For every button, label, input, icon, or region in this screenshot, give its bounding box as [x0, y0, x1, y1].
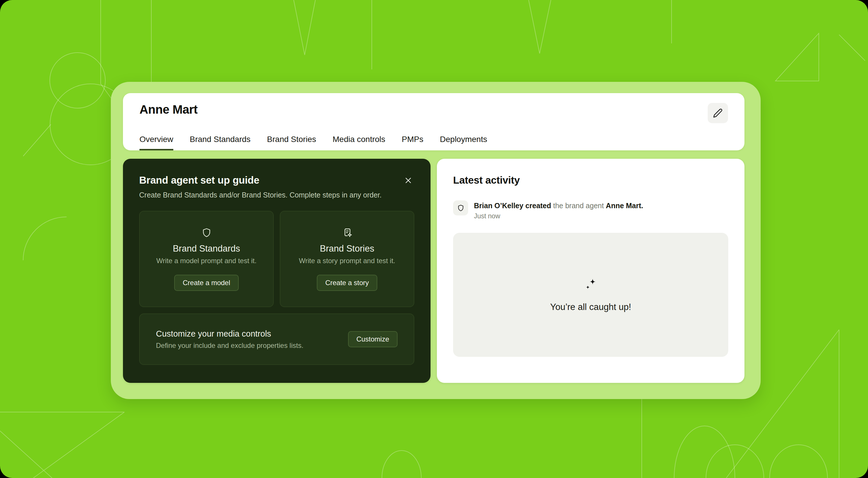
tab-pmps[interactable]: PMPs: [402, 135, 424, 150]
shield-icon: [457, 204, 465, 212]
customize-button[interactable]: Customize: [348, 331, 398, 347]
close-icon: [403, 176, 413, 185]
sparkles-icon: [584, 278, 597, 291]
avatar: [453, 200, 468, 216]
edit-button[interactable]: [708, 103, 728, 123]
card-title: Brand Stories: [320, 244, 374, 254]
tab-overview[interactable]: Overview: [140, 135, 173, 150]
tab-bar: Overview Brand Standards Brand Stories M…: [140, 135, 728, 150]
latest-activity-title: Latest activity: [453, 174, 728, 186]
screen: Anne Mart Overview Brand Standards Brand…: [0, 0, 868, 478]
setup-guide-subtitle: Create Brand Standards and/or Brand Stor…: [139, 191, 414, 199]
media-controls-bar: Customize your media controls Define you…: [139, 314, 414, 365]
activity-text: Brian O’Kelley created the brand agent A…: [474, 200, 643, 210]
activity-timestamp: Just now: [474, 212, 643, 220]
tab-media-controls[interactable]: Media controls: [333, 135, 385, 150]
latest-activity-panel: Latest activity Brian O’Kelley created t…: [437, 159, 744, 383]
card-description: Write a model prompt and test it.: [156, 257, 256, 265]
create-model-button[interactable]: Create a model: [174, 275, 239, 291]
caught-up-empty-state: You’re all caught up!: [453, 233, 728, 357]
media-controls-description: Define your include and exclude properti…: [156, 342, 304, 350]
media-controls-title: Customize your media controls: [156, 329, 304, 339]
page-title: Anne Mart: [140, 103, 197, 116]
caught-up-message: You’re all caught up!: [550, 302, 631, 312]
activity-item: Brian O’Kelley created the brand agent A…: [453, 200, 728, 220]
tab-deployments[interactable]: Deployments: [440, 135, 487, 150]
create-story-button[interactable]: Create a story: [317, 275, 377, 291]
brand-stories-card: Brand Stories Write a story prompt and t…: [280, 211, 414, 307]
tab-brand-stories[interactable]: Brand Stories: [267, 135, 316, 150]
tab-brand-standards[interactable]: Brand Standards: [190, 135, 251, 150]
shield-icon: [201, 227, 212, 238]
header-card: Anne Mart Overview Brand Standards Brand…: [123, 93, 744, 150]
setup-guide-panel: Brand agent set up guide Create Brand St…: [123, 159, 431, 383]
card-title: Brand Standards: [173, 244, 240, 254]
brand-standards-card: Brand Standards Write a model prompt and…: [139, 211, 274, 307]
story-sparkle-icon: [342, 227, 353, 238]
card-description: Write a story prompt and test it.: [299, 257, 395, 265]
pencil-icon: [713, 108, 723, 118]
close-button[interactable]: [402, 174, 414, 187]
header-top: Anne Mart: [140, 103, 728, 123]
setup-guide-title: Brand agent set up guide: [139, 174, 259, 186]
